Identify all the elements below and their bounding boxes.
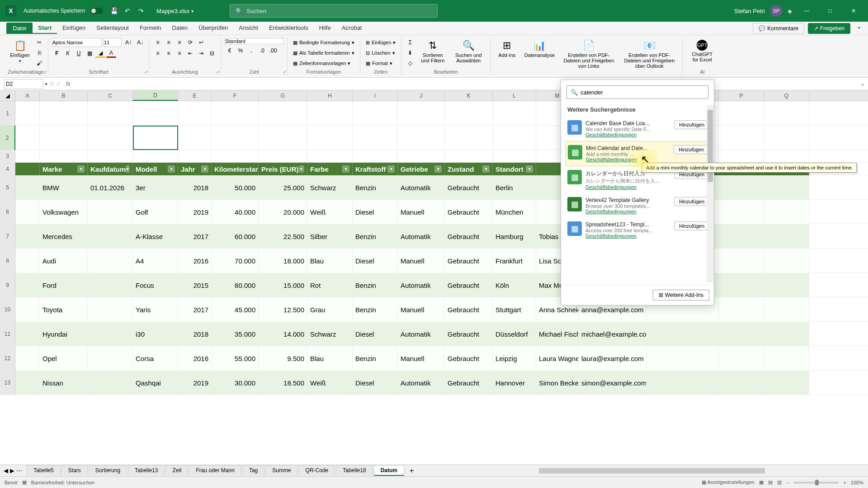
menu-file[interactable]: Datei <box>6 23 33 34</box>
increase-font-icon[interactable]: A↑ <box>123 38 133 47</box>
indent-dec-icon[interactable]: ⇤ <box>185 49 195 58</box>
cell-Q9[interactable] <box>764 273 809 297</box>
sheet-tab-qr-code[interactable]: QR-Code <box>299 465 335 476</box>
addins-search[interactable]: 🔍 <box>566 85 708 99</box>
cell-E7[interactable]: 2017 <box>178 224 212 249</box>
undo-icon[interactable]: ↶ <box>122 5 133 16</box>
cell-P5[interactable] <box>719 175 764 200</box>
cell-L4[interactable]: Standort▾ <box>493 163 536 175</box>
addin-add-button[interactable]: Hinzufügen <box>674 145 709 154</box>
cell-E2[interactable] <box>178 126 212 150</box>
cell-K7[interactable]: Gebraucht <box>445 224 493 249</box>
cell-Q8[interactable] <box>764 249 809 273</box>
cell-P10[interactable] <box>719 297 764 322</box>
cell-J1[interactable] <box>398 101 445 126</box>
cell-B3[interactable] <box>40 150 88 163</box>
cell-I10[interactable]: Benzin <box>353 297 398 322</box>
cell-J3[interactable] <box>398 150 445 163</box>
row-header-6[interactable]: 6 <box>0 200 15 224</box>
cell-C11[interactable] <box>88 322 133 346</box>
filename-dropdown-icon[interactable]: ▾ <box>191 9 193 14</box>
wrap-text-icon[interactable]: ↩ <box>196 38 206 47</box>
cell-J4[interactable]: Getriebe▾ <box>398 163 445 175</box>
cancel-formula-icon[interactable]: ✕ <box>49 80 54 87</box>
cell-Q6[interactable] <box>764 200 809 224</box>
avatar[interactable]: SP <box>770 5 782 17</box>
display-settings[interactable]: ▦ Anzeigeeinstellungen <box>702 479 755 485</box>
row-header-9[interactable]: 9 <box>0 273 15 297</box>
cell-B10[interactable]: Toyota <box>40 297 88 322</box>
accessibility-status[interactable]: Barrierefreiheit: Untersuchen <box>31 480 95 485</box>
cell-B12[interactable]: Opel <box>40 346 88 371</box>
addin-terms-link[interactable]: Geschäftsbedingungen <box>585 209 670 214</box>
cell-L11[interactable]: Düsseldorf <box>493 322 536 346</box>
username[interactable]: Stefan Petri <box>734 8 765 14</box>
cell-E13[interactable]: 2019 <box>178 371 212 395</box>
more-addins-button[interactable]: ⊞ Weitere Add-Ins <box>653 290 709 300</box>
cell-Q5[interactable] <box>764 175 809 200</box>
filter-chevron-icon[interactable]: ▾ <box>299 165 304 173</box>
cell-P12[interactable] <box>719 346 764 371</box>
addins-search-input[interactable] <box>580 89 704 96</box>
diamond-icon[interactable]: ◈ <box>788 8 792 14</box>
cell-F6[interactable]: 40.000 <box>212 200 259 224</box>
decrease-decimal-icon[interactable]: .00 <box>268 46 278 55</box>
addin-terms-link[interactable]: Geschäftsbedingungen <box>585 233 670 239</box>
align-right-icon[interactable]: ≡ <box>175 49 184 58</box>
cell-F1[interactable] <box>212 101 259 126</box>
cell-L1[interactable] <box>493 101 536 126</box>
cell-H5[interactable]: Schwarz <box>307 175 353 200</box>
autosave-toggle[interactable] <box>90 8 103 14</box>
cell-L7[interactable]: Hamburg <box>493 224 536 249</box>
align-bottom-icon[interactable]: ≡ <box>175 38 184 47</box>
cell-E9[interactable]: 2015 <box>178 273 212 297</box>
sheet-tab-tabelle5[interactable]: Tabelle5 <box>27 465 61 476</box>
cell-C4[interactable]: Kaufdatum▾ <box>88 163 133 175</box>
cell-G2[interactable] <box>259 126 307 150</box>
cell-A7[interactable] <box>15 224 40 249</box>
autosum-icon[interactable]: Σ <box>405 38 415 47</box>
cell-B4[interactable]: Marke▾ <box>40 163 88 175</box>
formula-expand-icon[interactable]: ⌄ <box>861 81 864 86</box>
font-color-icon[interactable]: A <box>106 49 116 58</box>
cell-F3[interactable] <box>212 150 259 163</box>
fill-color-icon[interactable]: ◢ <box>95 49 105 58</box>
cell-P9[interactable] <box>719 273 764 297</box>
row-header-2[interactable]: 2 <box>0 126 15 150</box>
formula-input[interactable] <box>75 81 859 87</box>
indent-inc-icon[interactable]: ⇥ <box>196 49 206 58</box>
cell-A1[interactable] <box>15 101 40 126</box>
cell-I7[interactable]: Benzin <box>353 224 398 249</box>
cell-K12[interactable]: Gebraucht <box>445 346 493 371</box>
add-sheet-button[interactable]: + <box>405 467 418 475</box>
col-header-H[interactable]: H <box>307 90 353 101</box>
cell-L3[interactable] <box>493 150 536 163</box>
cell-I8[interactable]: Diesel <box>353 249 398 273</box>
horizontal-scrollbar[interactable] <box>530 467 864 474</box>
menu-formeln[interactable]: Formeln <box>134 23 167 34</box>
cell-P13[interactable] <box>719 371 764 395</box>
cell-B8[interactable]: Audi <box>40 249 88 273</box>
filter-chevron-icon[interactable]: ▾ <box>77 165 85 173</box>
cell-H1[interactable] <box>307 101 353 126</box>
cell-A10[interactable] <box>15 297 40 322</box>
cell-B5[interactable]: BMW <box>40 175 88 200</box>
sheet-prev-icon[interactable]: ◀ <box>4 467 8 474</box>
font-size-select[interactable] <box>104 38 122 47</box>
cell-E4[interactable]: Jahr▾ <box>178 163 212 175</box>
sheet-tab-stars[interactable]: Stars <box>61 465 88 476</box>
cell-K10[interactable]: Gebraucht <box>445 297 493 322</box>
cell-H2[interactable] <box>307 126 353 150</box>
cell-E8[interactable]: 2016 <box>178 249 212 273</box>
grid[interactable]: ◢ ABCDEFGHIJKLMNOPQ 1234Marke▾Kaufdatum▾… <box>0 90 868 465</box>
col-header-I[interactable]: I <box>353 90 398 101</box>
cell-O11[interactable] <box>646 322 719 346</box>
dialog-launcher-icon[interactable]: ⤢ <box>216 70 220 75</box>
cell-L12[interactable]: Leipzig <box>493 346 536 371</box>
cell-Q1[interactable] <box>764 101 809 126</box>
cell-C5[interactable]: 01.01.2026 <box>88 175 133 200</box>
menu-daten[interactable]: Daten <box>167 23 193 34</box>
addin-terms-link[interactable]: Geschäftsbedingungen <box>585 184 670 190</box>
sheet-tab-zeit[interactable]: Zeit <box>165 465 188 476</box>
filter-chevron-icon[interactable]: ▾ <box>434 165 442 173</box>
